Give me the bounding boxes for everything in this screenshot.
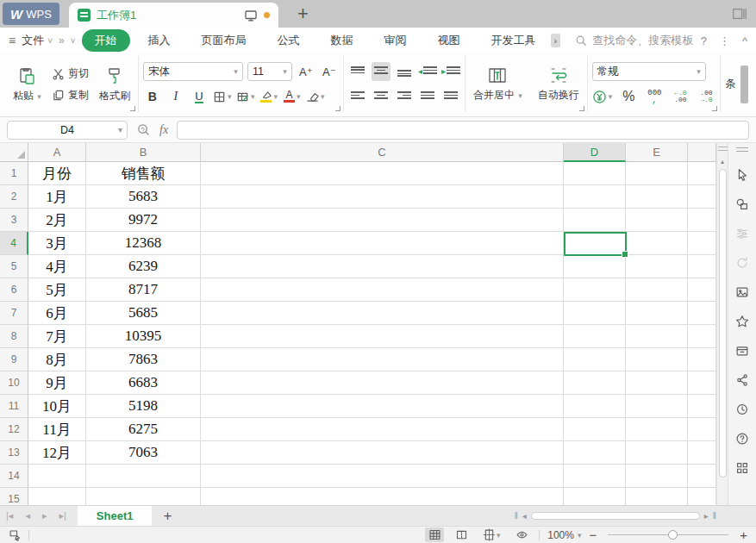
cell-C14[interactable] [201, 465, 564, 488]
menu-tab-插入[interactable]: 插入 [135, 29, 184, 52]
wps-logo[interactable]: W WPS [3, 3, 59, 25]
cell-C5[interactable] [201, 255, 564, 278]
star-icon[interactable] [734, 314, 750, 329]
sheet-tab-sheet1[interactable]: Sheet1 [78, 506, 153, 526]
zoom-formula-icon[interactable] [136, 122, 151, 137]
scroll-left-icon[interactable]: ◂ [522, 511, 527, 521]
cell-A6[interactable]: 5月 [28, 278, 86, 302]
bold-button[interactable]: B [143, 87, 162, 106]
window-layout-icon[interactable] [732, 6, 747, 22]
cut-button[interactable]: 剪切 [52, 66, 89, 81]
last-sheet-button[interactable]: ▸| [53, 510, 72, 521]
cell-C6[interactable] [201, 278, 564, 302]
cell-A14[interactable] [28, 465, 86, 488]
underline-button[interactable]: U [190, 87, 209, 106]
cell-B15[interactable] [86, 488, 201, 505]
distribute-button[interactable] [441, 87, 460, 106]
formula-input[interactable] [177, 121, 749, 140]
image-icon[interactable] [734, 284, 750, 300]
cell-B9[interactable]: 7863 [86, 348, 201, 371]
cell-B12[interactable]: 6275 [86, 418, 201, 441]
cell-E5[interactable] [626, 255, 688, 278]
cell-E10[interactable] [626, 371, 688, 395]
decrease-font-button[interactable]: A⁻ [320, 62, 339, 81]
archive-box-icon[interactable] [734, 343, 750, 359]
cell-D11[interactable] [564, 395, 626, 418]
document-tab[interactable]: 工作簿1 [69, 3, 278, 28]
quick-access-more-icon[interactable]: » [59, 34, 65, 47]
first-sheet-button[interactable]: |◂ [0, 510, 19, 521]
row-header-15[interactable]: 15 [0, 488, 28, 505]
cell-D2[interactable] [564, 185, 626, 209]
cell-D13[interactable] [564, 441, 626, 465]
select-all-corner[interactable] [0, 143, 28, 162]
borders-button[interactable]: ▾ [213, 87, 232, 106]
vertical-scrollbar[interactable]: ▴ [716, 143, 728, 505]
align-left-button[interactable] [348, 87, 367, 106]
normal-view-button[interactable] [425, 527, 444, 542]
row-header-7[interactable]: 7 [0, 302, 28, 325]
cell-E8[interactable] [626, 325, 688, 348]
row-header-4[interactable]: 4 [0, 232, 28, 255]
cell-style-button[interactable]: ▾ [236, 87, 255, 106]
row-header-2[interactable]: 2 [0, 185, 28, 209]
increase-font-button[interactable]: A⁺ [297, 62, 316, 81]
row-header-13[interactable]: 13 [0, 441, 28, 465]
cell-C11[interactable] [201, 395, 564, 418]
wrap-text-button[interactable]: 自动换行 [534, 65, 583, 104]
cell-B4[interactable]: 12368 [86, 232, 201, 255]
page-layout-view-button[interactable]: ▾ [478, 527, 504, 542]
cell-B3[interactable]: 9972 [86, 209, 201, 232]
font-color-button[interactable]: A▾ [283, 87, 302, 106]
shapes-icon[interactable] [734, 197, 750, 212]
menu-tab-开始[interactable]: 开始 [82, 29, 130, 52]
split-handle[interactable] [718, 147, 728, 151]
cell-E12[interactable] [626, 418, 688, 441]
align-center-button[interactable] [372, 87, 390, 106]
new-tab-button[interactable]: + [291, 3, 316, 25]
increase-indent-button[interactable]: ▸ [441, 62, 460, 81]
name-box-dropdown-icon[interactable]: ▾ [118, 125, 122, 134]
merge-center-button[interactable]: 合并居中 ▾ [470, 65, 526, 104]
percent-button[interactable]: % [619, 87, 638, 106]
cell-B2[interactable]: 5683 [86, 185, 201, 209]
vertical-scroll-thumb[interactable] [719, 169, 727, 477]
hamburger-icon[interactable]: ≡ [9, 34, 16, 47]
fx-icon[interactable]: fx [159, 123, 168, 137]
cell-B7[interactable]: 5685 [86, 302, 201, 325]
cell-E3[interactable] [626, 209, 688, 232]
increase-decimal-button[interactable]: ←.0.00 [671, 87, 690, 106]
scroll-up-icon[interactable]: ▴ [721, 158, 724, 166]
row-header-10[interactable]: 10 [0, 371, 28, 395]
menu-tab-页面布局[interactable]: 页面布局 [189, 29, 259, 52]
column-header-A[interactable]: A [28, 143, 86, 162]
scroll-right-icon[interactable]: ▸ [704, 511, 709, 521]
collapse-ribbon-icon[interactable]: ^ [742, 34, 747, 47]
cell-B5[interactable]: 6239 [86, 255, 201, 278]
row-header-9[interactable]: 9 [0, 348, 28, 371]
fill-color-button[interactable]: ▾ [259, 87, 278, 106]
cell-E13[interactable] [626, 441, 688, 465]
cell-D10[interactable] [564, 371, 626, 395]
cell-C1[interactable] [201, 162, 564, 185]
zoom-level[interactable]: 100%▾ [547, 529, 581, 541]
page-break-view-button[interactable] [452, 527, 471, 542]
row-header-11[interactable]: 11 [0, 395, 28, 418]
share-icon[interactable] [734, 372, 750, 388]
cell-E9[interactable] [626, 348, 688, 371]
cell-B1[interactable]: 销售额 [86, 162, 201, 185]
zoom-slider[interactable] [608, 534, 728, 535]
cell-B11[interactable]: 5198 [86, 395, 201, 418]
row-header-8[interactable]: 8 [0, 325, 28, 348]
horizontal-scrollbar[interactable]: ‖ ◂ ▸ ‖ [515, 511, 716, 521]
zoom-slider-thumb[interactable] [668, 530, 678, 540]
properties-icon[interactable] [734, 226, 750, 241]
cell-C2[interactable] [201, 185, 564, 209]
cell-A1[interactable]: 月份 [28, 162, 86, 185]
help-icon[interactable]: ? [701, 34, 707, 47]
cell-E11[interactable] [626, 395, 688, 418]
cell-C15[interactable] [201, 488, 564, 505]
row-header-14[interactable]: 14 [0, 465, 28, 488]
align-middle-button[interactable] [372, 62, 390, 81]
eraser-button[interactable]: ▾ [306, 87, 325, 106]
